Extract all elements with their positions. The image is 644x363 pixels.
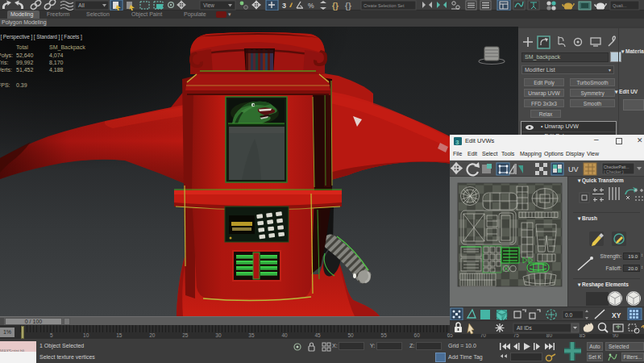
svg-text:%: % xyxy=(308,2,314,10)
svg-text:View: View xyxy=(203,2,214,8)
svg-text:All IDs: All IDs xyxy=(517,325,533,331)
svg-text:Quali...: Quali... xyxy=(613,3,627,8)
svg-text:UV: UV xyxy=(568,165,579,173)
svg-text:3: 3 xyxy=(455,139,459,146)
svg-text:Create Selection Set: Create Selection Set xyxy=(364,3,405,8)
svg-text:{}: {} xyxy=(332,2,339,10)
svg-text:XY: XY xyxy=(612,311,621,319)
svg-text:3: 3 xyxy=(282,2,286,10)
svg-text:{}: {} xyxy=(345,2,351,10)
svg-text:0.0: 0.0 xyxy=(565,312,572,318)
svg-text:( Checker ): ( Checker ) xyxy=(604,169,624,174)
svg-text:All: All xyxy=(78,2,85,8)
